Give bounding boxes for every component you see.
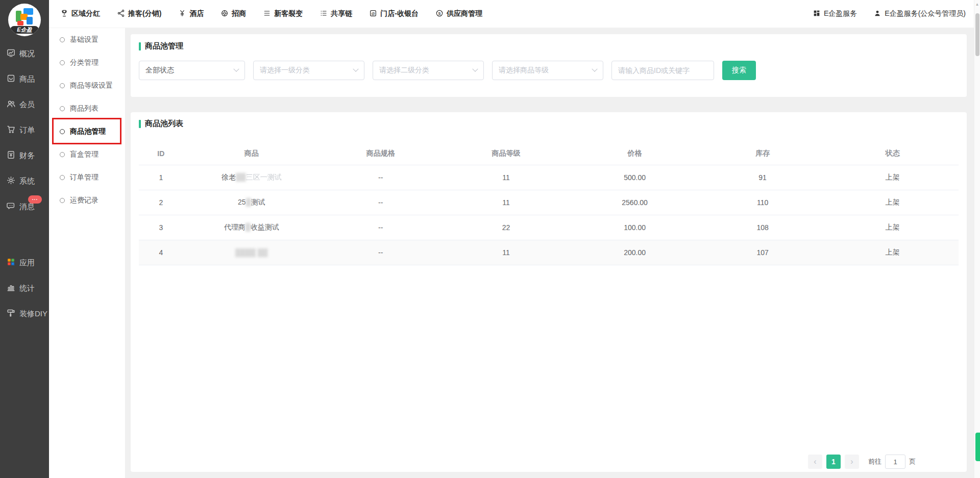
sidebar-menu: 概况商品会员订单财务系统消息... xyxy=(0,41,49,219)
category2-placeholder: 请选择二级分类 xyxy=(379,66,429,75)
services-menu[interactable]: E企盈服务 xyxy=(813,9,857,19)
category1-select[interactable]: 请选择一级分类 xyxy=(253,61,364,80)
cell-price: 500.00 xyxy=(571,165,699,190)
topnav-item-1[interactable]: 区域分红 xyxy=(60,9,100,19)
sidebar-item-概况[interactable]: 概况 xyxy=(0,41,49,66)
cell-price: 2560.00 xyxy=(571,190,699,215)
stats-icon xyxy=(6,283,16,294)
product-text: 收益测试 xyxy=(251,223,279,231)
top-navbar: 区域分红推客(分销)酒店招商新客裂变共享链@门店-收银台S供应商管理 E企盈服务… xyxy=(49,0,974,28)
page-1-button[interactable]: 1 xyxy=(826,455,841,469)
secondary-sidebar: 基础设置分类管理商品等级设置商品列表商品池管理盲盒管理订单管理运费记录 xyxy=(49,28,125,478)
sidebar-item-订单[interactable]: 订单 xyxy=(0,117,49,143)
submenu-item-label: 运费记录 xyxy=(70,196,99,205)
scroll-up-icon[interactable]: ▲ xyxy=(974,0,980,7)
account-menu[interactable]: E企盈服务(公众号管理员) xyxy=(873,9,966,19)
submenu-item-label: 盲盒管理 xyxy=(70,150,99,159)
chevron-down-icon xyxy=(353,66,358,72)
cell-spec: -- xyxy=(320,190,442,215)
svg-text:S: S xyxy=(438,11,441,15)
fission-icon xyxy=(263,9,271,19)
prev-page-button[interactable]: ‹ xyxy=(808,455,822,469)
sidebar-item-应用[interactable]: 应用 xyxy=(0,250,49,275)
filter-row: 全部状态 请选择一级分类 请选择二级分类 请选择商品等级 搜索 xyxy=(139,61,959,80)
topnav-item-6[interactable]: 共享链 xyxy=(320,9,352,19)
side-widget-handle[interactable] xyxy=(975,433,980,461)
search-button[interactable]: 搜索 xyxy=(722,61,756,80)
topnav-item-5[interactable]: 新客裂变 xyxy=(263,9,303,19)
logo-text: E企盈 xyxy=(10,26,39,34)
submenu-item-运费记录[interactable]: 运费记录 xyxy=(49,189,125,212)
sidebar-item-商品[interactable]: 商品 xyxy=(0,66,49,92)
cell-spec: -- xyxy=(320,165,442,190)
cell-stock: 107 xyxy=(699,240,827,265)
page-unit-label: 页 xyxy=(909,457,916,466)
topnav-item-label: 区域分红 xyxy=(71,9,100,18)
sidebar-item-系统[interactable]: 系统 xyxy=(0,168,49,194)
submenu-item-订单管理[interactable]: 订单管理 xyxy=(49,166,125,189)
table-row: 4████ ██--11200.00107上架 xyxy=(139,240,959,265)
store-icon: @ xyxy=(369,9,377,19)
cell-id: 3 xyxy=(139,215,183,240)
topnav-item-4[interactable]: 招商 xyxy=(220,9,246,19)
cell-level: 11 xyxy=(442,240,571,265)
submenu-item-商品等级设置[interactable]: 商品等级设置 xyxy=(49,74,125,97)
app-logo[interactable]: E企盈 xyxy=(8,4,41,36)
topnav-item-label: 新客裂变 xyxy=(274,9,303,18)
investment-icon xyxy=(220,9,229,19)
keyword-input[interactable] xyxy=(611,61,714,80)
submenu-item-盲盒管理[interactable]: 盲盒管理 xyxy=(49,143,125,166)
column-header-状态: 状态 xyxy=(826,142,959,165)
submenu-item-label: 商品等级设置 xyxy=(70,81,113,90)
product-text: 徐老 xyxy=(222,173,236,181)
list-card: 商品池列表 ID商品商品规格商品等级价格库存状态 1徐老██三区一测试--115… xyxy=(131,112,967,472)
topnav-item-label: 供应商管理 xyxy=(447,9,482,18)
next-page-button[interactable]: › xyxy=(845,455,859,469)
circle-icon xyxy=(60,198,65,203)
sidebar-item-装修DIY[interactable]: 装修DIY xyxy=(0,301,49,326)
product-text: 三区一测试 xyxy=(246,173,282,181)
column-header-商品等级: 商品等级 xyxy=(442,142,571,165)
list-title: 商品池列表 xyxy=(145,119,183,129)
table-header-row: ID商品商品规格商品等级价格库存状态 xyxy=(139,142,959,165)
topnav-item-8[interactable]: S供应商管理 xyxy=(435,9,482,19)
submenu-item-基础设置[interactable]: 基础设置 xyxy=(49,28,125,51)
services-label: E企盈服务 xyxy=(824,9,857,18)
sidebar-item-财务[interactable]: 财务 xyxy=(0,143,49,168)
topnav-item-7[interactable]: @门店-收银台 xyxy=(369,9,419,19)
sidebar-item-消息[interactable]: 消息... xyxy=(0,194,49,219)
sidebar-item-统计[interactable]: 统计 xyxy=(0,275,49,301)
level-select[interactable]: 请选择商品等级 xyxy=(492,61,603,80)
product-text: 代理商 xyxy=(224,223,246,231)
redacted-text: █ xyxy=(246,223,251,231)
sidebar-item-会员[interactable]: 会员 xyxy=(0,92,49,117)
system-icon xyxy=(6,175,16,187)
table-row: 225█测试--112560.00110上架 xyxy=(139,190,959,215)
circle-icon xyxy=(60,60,65,65)
status-select[interactable]: 全部状态 xyxy=(139,61,245,80)
submenu-item-label: 商品池管理 xyxy=(70,127,106,136)
sidebar-tools: 应用统计装修DIY xyxy=(0,250,49,326)
topnav-item-2[interactable]: 推客(分销) xyxy=(117,9,161,19)
topnav-item-3[interactable]: 酒店 xyxy=(178,9,204,19)
submenu-item-商品列表[interactable]: 商品列表 xyxy=(49,97,125,120)
sidebar-item-label: 应用 xyxy=(19,258,35,268)
category2-select[interactable]: 请选择二级分类 xyxy=(373,61,484,80)
submenu-item-分类管理[interactable]: 分类管理 xyxy=(49,51,125,74)
goto-page-input[interactable] xyxy=(885,455,905,469)
scrollbar-thumb[interactable] xyxy=(975,13,979,56)
cell-id: 2 xyxy=(139,190,183,215)
order-icon xyxy=(6,124,16,136)
status-select-value: 全部状态 xyxy=(145,66,174,75)
cell-stock: 91 xyxy=(699,165,827,190)
sidebar-item-label: 概况 xyxy=(19,49,35,59)
circle-icon xyxy=(60,106,65,111)
sidebar-item-label: 装修DIY xyxy=(19,309,47,319)
page-scrollbar[interactable]: ▲ xyxy=(974,0,980,478)
submenu-item-商品池管理[interactable]: 商品池管理 xyxy=(49,120,125,143)
list-card-title: 商品池列表 xyxy=(139,119,959,129)
supplier-icon: S xyxy=(435,9,444,19)
cell-level: 22 xyxy=(442,215,571,240)
sidebar-item-label: 统计 xyxy=(19,284,35,293)
goods-table: ID商品商品规格商品等级价格库存状态 1徐老██三区一测试--11500.009… xyxy=(139,142,959,265)
